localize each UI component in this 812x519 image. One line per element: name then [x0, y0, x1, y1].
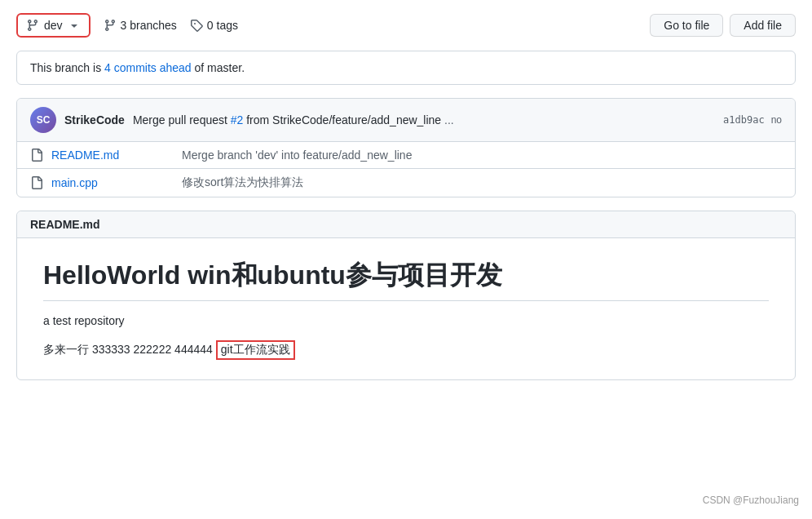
readme-header: README.md [17, 211, 795, 238]
file-name-maincpp[interactable]: main.cpp [51, 176, 174, 189]
add-file-button[interactable]: Add file [730, 14, 796, 37]
file-commit-msg-maincpp: 修改sort算法为快排算法 [182, 175, 782, 190]
commit-msg-after: from StrikeCode/feature/add_new_line [243, 113, 441, 126]
chevron-down-icon [68, 19, 81, 32]
readme-title: HelloWorld win和ubuntu参与项目开发 [43, 258, 769, 301]
readme-line: 多来一行 333333 222222 444444 git工作流实践 [43, 340, 769, 360]
top-bar-left: dev 3 branches 0 tags [16, 13, 238, 38]
top-bar: dev 3 branches 0 tags Go to f [16, 13, 796, 38]
readme-highlight: git工作流实践 [216, 340, 295, 360]
tags-count: 0 tags [207, 19, 238, 32]
file-icon [30, 149, 43, 162]
branches-icon [104, 19, 117, 32]
branches-count: 3 branches [121, 19, 177, 32]
commit-header-right: a1db9ac no [723, 114, 782, 126]
commit-header: SC StrikeCode Merge pull request #2 from… [17, 99, 795, 142]
commit-header-left: SC StrikeCode Merge pull request #2 from… [30, 107, 454, 133]
commit-time: no [771, 114, 782, 126]
file-name-readme[interactable]: README.md [51, 149, 174, 162]
branch-notice-text-after: of master. [192, 61, 245, 74]
avatar: SC [30, 107, 56, 133]
readme-line-before: 多来一行 333333 222222 444444 [43, 343, 213, 357]
commits-ahead-link[interactable]: 4 commits ahead [104, 61, 192, 74]
readme-section: README.md HelloWorld win和ubuntu参与项目开发 a … [16, 211, 796, 380]
tag-icon [190, 19, 203, 32]
readme-description: a test repository [43, 314, 769, 327]
top-bar-right: Go to file Add file [650, 14, 796, 37]
file-list: README.md Merge branch 'dev' into featur… [17, 142, 795, 197]
pr-link[interactable]: #2 [231, 113, 244, 126]
branch-notice: This branch is 4 commits ahead of master… [16, 51, 796, 85]
table-row: README.md Merge branch 'dev' into featur… [17, 142, 795, 169]
file-icon [30, 176, 43, 189]
branch-icon [26, 19, 39, 32]
file-commit-msg-readme: Merge branch 'dev' into feature/add_new_… [182, 149, 782, 162]
commit-hash[interactable]: a1db9ac [723, 114, 765, 126]
branch-notice-text-before: This branch is [30, 61, 104, 74]
commit-section: SC StrikeCode Merge pull request #2 from… [16, 98, 796, 197]
branches-link[interactable]: 3 branches [104, 19, 177, 32]
commit-message: Merge pull request #2 from StrikeCode/fe… [133, 113, 454, 126]
branch-selector[interactable]: dev [16, 13, 90, 38]
table-row: main.cpp 修改sort算法为快排算法 [17, 169, 795, 197]
commit-msg-ellipsis: ... [444, 113, 454, 126]
tags-link[interactable]: 0 tags [190, 19, 238, 32]
branch-name: dev [44, 19, 63, 32]
commit-author[interactable]: StrikeCode [64, 113, 125, 126]
go-to-file-button[interactable]: Go to file [650, 14, 723, 37]
readme-body: HelloWorld win和ubuntu参与项目开发 a test repos… [17, 238, 795, 379]
commit-msg-before: Merge pull request [133, 113, 231, 126]
watermark: CSDN @FuzhouJiang [703, 495, 799, 506]
